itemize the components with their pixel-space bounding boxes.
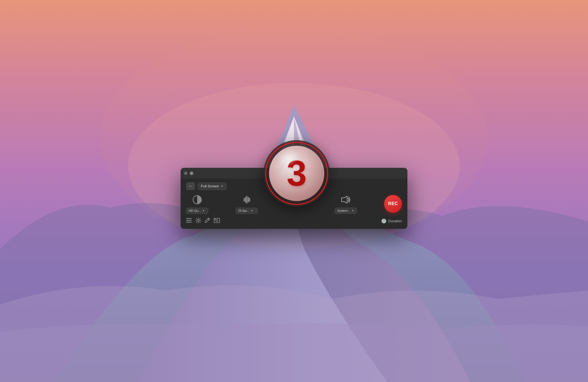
bottom-left-controls	[186, 218, 220, 224]
minimize-button[interactable]	[190, 171, 193, 175]
mic-bar-2	[245, 197, 246, 202]
duration-button[interactable]: 🕐 Duration	[381, 218, 402, 224]
countdown-outer-ring: 3	[264, 140, 330, 207]
svg-rect-12	[215, 219, 216, 220]
quality-dropdown[interactable]: HD Qu... ▼	[186, 208, 208, 214]
mic-bar-4	[248, 197, 249, 202]
annotation-icon-btn[interactable]	[205, 218, 210, 224]
mic-bar-3	[246, 196, 247, 203]
mic-bars	[244, 195, 250, 204]
screenshot-icon	[214, 218, 220, 223]
microphone-section: 25 fps... ▼	[236, 194, 258, 214]
system-dropdown[interactable]: System... ▼	[335, 208, 357, 214]
svg-rect-7	[186, 222, 192, 223]
close-button[interactable]	[184, 171, 188, 175]
quality-dropdown-arrow-icon: ▼	[202, 209, 205, 212]
duration-clock-icon: 🕐	[381, 218, 387, 224]
list-icon	[186, 218, 192, 223]
svg-point-11	[216, 220, 218, 221]
svg-marker-4	[342, 196, 347, 203]
back-button[interactable]: ←	[186, 182, 195, 190]
speaker-icon	[340, 195, 351, 204]
fps-dropdown-arrow-icon: ▼	[251, 209, 253, 212]
mode-label: Full Screen	[201, 184, 219, 188]
list-icon-btn[interactable]	[186, 218, 192, 224]
mode-dropdown[interactable]: Full Screen ▼	[198, 182, 227, 190]
svg-rect-5	[186, 218, 192, 219]
bottom-row: 🕐 Duration	[186, 218, 402, 224]
speaker-section: System... ▼	[335, 194, 357, 214]
mic-icon-btn[interactable]	[241, 194, 253, 205]
fps-label: 25 fps...	[238, 209, 249, 212]
app-window: 3 Recorder ← Full Screen ▼	[181, 168, 407, 229]
traffic-lights	[184, 171, 193, 175]
mic-bar-1	[244, 198, 244, 201]
countdown-inner: 3	[269, 146, 324, 201]
quality-label: HD Qu...	[189, 209, 201, 212]
rec-button[interactable]: REC	[384, 195, 402, 213]
rec-section: REC	[384, 195, 402, 213]
countdown-overlay: 3	[264, 140, 330, 207]
mic-bar-5	[249, 198, 250, 202]
system-dropdown-arrow-icon: ▼	[352, 209, 354, 212]
duration-label: Duration	[388, 219, 402, 223]
settings-icon	[196, 218, 201, 223]
fps-dropdown[interactable]: 25 fps... ▼	[236, 208, 258, 214]
display-icon-btn[interactable]	[191, 194, 203, 205]
half-circle-icon	[192, 195, 202, 204]
svg-point-8	[197, 220, 199, 221]
display-section: HD Qu... ▼	[186, 194, 208, 214]
mode-dropdown-arrow-icon: ▼	[221, 185, 223, 188]
countdown-number: 3	[287, 155, 306, 191]
svg-rect-6	[186, 220, 192, 221]
speaker-icon-btn[interactable]	[340, 194, 352, 205]
back-arrow-icon: ←	[188, 184, 193, 189]
settings-icon-btn[interactable]	[196, 218, 201, 224]
rec-label: REC	[388, 201, 398, 206]
screenshot-icon-btn[interactable]	[214, 218, 220, 224]
system-label: System...	[337, 209, 350, 212]
pen-icon	[205, 218, 210, 223]
